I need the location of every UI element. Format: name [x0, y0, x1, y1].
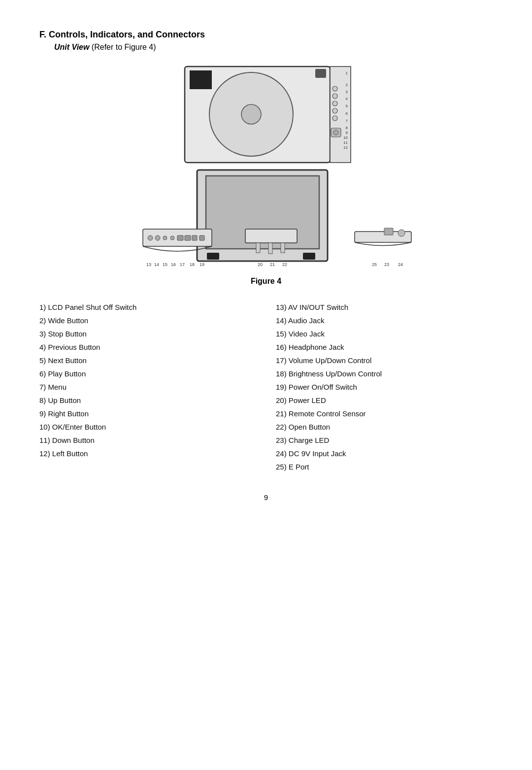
- svg-rect-53: [384, 228, 393, 235]
- figure-container: 1 2 3 4 5 6 7 8 9 10 11 12: [39, 62, 493, 296]
- list-item: 1) LCD Panel Shut Off Switch: [39, 301, 256, 314]
- list-item: 5) Next Button: [39, 354, 256, 367]
- diagram-wrapper: 1 2 3 4 5 6 7 8 9 10 11 12: [99, 62, 433, 270]
- list-item: 24) DC 9V Input Jack: [276, 447, 493, 460]
- svg-text:19: 19: [200, 262, 204, 267]
- lists-container: 1) LCD Panel Shut Off Switch 2) Wide But…: [39, 301, 493, 473]
- svg-point-19: [333, 130, 338, 135]
- svg-text:17: 17: [180, 262, 185, 267]
- svg-rect-34: [177, 235, 183, 240]
- svg-text:7: 7: [346, 119, 348, 123]
- list-item: 12) Left Button: [39, 447, 256, 460]
- svg-point-32: [163, 236, 167, 240]
- svg-text:8: 8: [346, 126, 348, 130]
- svg-text:6: 6: [346, 111, 348, 116]
- left-list: 1) LCD Panel Shut Off Switch 2) Wide But…: [39, 301, 256, 473]
- svg-text:1: 1: [346, 71, 348, 75]
- subtitle-rest: (Refer to Figure 4): [89, 43, 156, 51]
- list-item: 21) Remote Control Sensor: [276, 407, 493, 420]
- svg-point-31: [155, 235, 160, 240]
- svg-point-14: [332, 108, 337, 113]
- svg-text:12: 12: [343, 145, 348, 150]
- main-diagram: 1 2 3 4 5 6 7 8 9 10 11 12: [99, 62, 433, 270]
- list-item: 20) Power LED: [276, 394, 493, 407]
- list-item: 23) Charge LED: [276, 434, 493, 447]
- list-item: 19) Power On/Off Switch: [276, 380, 493, 394]
- list-item: 18) Brightness Up/Down Control: [276, 367, 493, 380]
- svg-rect-45: [245, 229, 297, 243]
- svg-point-54: [398, 230, 405, 236]
- svg-text:23: 23: [384, 262, 389, 267]
- list-item: 9) Right Button: [39, 407, 256, 420]
- page-number: 9: [39, 493, 493, 502]
- svg-rect-47: [268, 243, 272, 254]
- svg-point-8: [332, 86, 337, 91]
- svg-rect-46: [256, 243, 260, 253]
- subtitle-italic: Unit View: [54, 43, 89, 51]
- list-item: 8) Up Button: [39, 394, 256, 407]
- svg-point-33: [170, 236, 174, 240]
- svg-rect-1: [190, 70, 212, 89]
- list-item: 15) Video Jack: [276, 327, 493, 340]
- list-item: 11) Down Button: [39, 434, 256, 447]
- svg-point-12: [332, 101, 337, 106]
- list-item: 6) Play Button: [39, 367, 256, 380]
- svg-rect-28: [303, 253, 315, 260]
- svg-rect-48: [281, 243, 285, 253]
- svg-point-30: [148, 235, 153, 240]
- list-item: 13) AV IN/OUT Switch: [276, 301, 493, 314]
- svg-point-4: [241, 104, 261, 124]
- section-title: F. Controls, Indicators, and Connectors: [39, 30, 493, 40]
- list-item: 14) Audio Jack: [276, 314, 493, 327]
- list-item: 16) Headphone Jack: [276, 340, 493, 354]
- svg-point-10: [332, 94, 337, 99]
- svg-text:13: 13: [146, 262, 151, 267]
- list-item: 3) Stop Button: [39, 327, 256, 340]
- svg-text:21: 21: [270, 262, 275, 267]
- svg-text:15: 15: [163, 262, 167, 267]
- svg-text:14: 14: [154, 262, 159, 267]
- svg-text:3: 3: [346, 90, 348, 94]
- svg-text:11: 11: [343, 140, 348, 145]
- svg-text:16: 16: [171, 262, 176, 267]
- list-item: 7) Menu: [39, 380, 256, 394]
- svg-rect-2: [315, 69, 326, 78]
- list-item: 25) E Port: [276, 460, 493, 473]
- list-item: 4) Previous Button: [39, 340, 256, 354]
- list-item: 22) Open Button: [276, 420, 493, 434]
- svg-text:20: 20: [258, 262, 263, 267]
- svg-rect-36: [192, 235, 197, 240]
- list-item: 17) Volume Up/Down Control: [276, 354, 493, 367]
- svg-text:22: 22: [282, 262, 287, 267]
- svg-text:4: 4: [346, 97, 348, 101]
- svg-text:25: 25: [372, 262, 377, 267]
- svg-text:2: 2: [346, 83, 348, 87]
- svg-text:24: 24: [398, 262, 403, 267]
- svg-text:18: 18: [190, 262, 195, 267]
- svg-text:10: 10: [343, 135, 348, 140]
- figure-label: Figure 4: [251, 277, 281, 286]
- svg-point-16: [332, 116, 337, 121]
- list-item: 2) Wide Button: [39, 314, 256, 327]
- list-item: 10) OK/Enter Button: [39, 420, 256, 434]
- svg-text:9: 9: [346, 131, 348, 135]
- svg-rect-37: [200, 235, 204, 240]
- svg-rect-35: [185, 235, 191, 240]
- svg-text:5: 5: [346, 104, 348, 108]
- sub-title: Unit View (Refer to Figure 4): [54, 43, 493, 52]
- svg-rect-27: [207, 253, 219, 260]
- device-svg: 1 2 3 4 5 6 7 8 9 10 11 12: [99, 62, 433, 268]
- right-list: 13) AV IN/OUT Switch 14) Audio Jack 15) …: [276, 301, 493, 473]
